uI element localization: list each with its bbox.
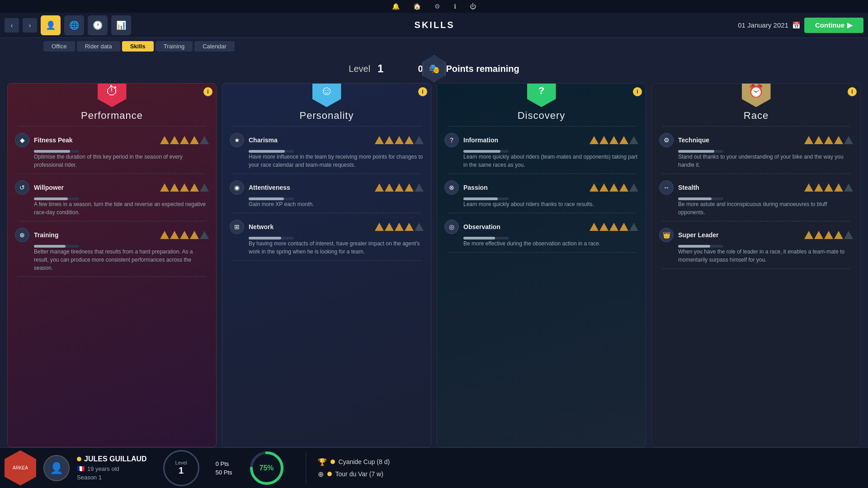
fitness-peak-stars <box>160 136 209 144</box>
personality-title: Personality <box>300 110 354 122</box>
player-hex-bg: ARKEA <box>5 450 36 486</box>
chart-nav-icon[interactable]: 📊 <box>111 15 131 35</box>
pts-max-row: 50 Pts <box>216 469 232 476</box>
attentiveness-icon: ◉ <box>230 180 244 195</box>
divider <box>448 252 635 253</box>
skill-stealth: ↔ Stealth Be more astute and inconspicuo… <box>652 178 860 221</box>
willpower-name: Willpower <box>34 184 156 191</box>
card-race-header: ⏰ Race i <box>652 84 860 126</box>
discovery-info-badge[interactable]: i <box>633 87 642 96</box>
observation-icon: ◎ <box>444 220 459 234</box>
fitness-peak-name: Fitness Peak <box>34 136 156 144</box>
race-row-1: 🏆 Cyanide Cup (8 d) <box>318 458 390 466</box>
skill-header: ⊞ Network <box>230 220 424 234</box>
progress-circle: 75% <box>249 450 285 486</box>
divider <box>448 126 635 127</box>
trophy-icon: 🏆 <box>318 458 327 466</box>
divider <box>233 213 420 213</box>
willpower-desc: A few times in a season, turn the tide a… <box>34 200 209 216</box>
information-icon: ? <box>444 133 459 147</box>
info-icon[interactable]: ℹ <box>454 3 456 10</box>
network-desc: By having more contacts of interest, hav… <box>249 239 424 256</box>
charisma-desc: Have more influence in the team by recei… <box>249 153 424 169</box>
skill-network: ⊞ Network By having more contacts of int… <box>222 217 431 260</box>
bell-icon[interactable]: 🔔 <box>392 3 400 10</box>
skill-observation: ◎ Observation Be more effective during t… <box>437 217 646 252</box>
personality-info-badge[interactable]: i <box>418 87 427 96</box>
continue-button[interactable]: Continue ▶ <box>804 18 863 33</box>
stealth-stars <box>804 183 853 192</box>
skill-charisma: ★ Charisma Have more influence in the te… <box>222 130 431 174</box>
race-row-2: ⊕ Tour du Var (7 w) <box>318 470 390 479</box>
skill-information: ? Information Learn more quickly about r… <box>437 130 646 174</box>
fitness-peak-bar <box>34 150 79 153</box>
skill-training: ⊕ Training Better manage tiredness that … <box>8 225 216 277</box>
tab-office[interactable]: Office <box>43 41 75 52</box>
race-dot-2 <box>327 472 332 476</box>
information-desc: Learn more quickly about riders (team-ma… <box>463 153 638 169</box>
skill-header: ↺ Willpower <box>15 180 209 195</box>
tab-rider-data[interactable]: Rider data <box>77 41 120 52</box>
race-title: Race <box>744 110 769 122</box>
level-number: 1 <box>377 62 383 75</box>
calendar-icon[interactable]: 📅 <box>792 21 801 29</box>
training-bar <box>34 245 79 248</box>
tab-calendar[interactable]: Calendar <box>194 41 235 52</box>
skill-fitness-peak: ◆ Fitness Peak Optimise the duration of … <box>8 130 216 174</box>
forward-button[interactable]: › <box>23 18 37 33</box>
observation-name: Observation <box>463 223 585 230</box>
card-performance: ⏱ Performance i ◆ Fitness Peak Optimise <box>7 83 217 447</box>
skill-header: ◉ Attentiveness <box>230 180 424 195</box>
clock-nav-icon[interactable]: 🕐 <box>88 15 108 35</box>
date-text: 01 January 2021 <box>738 21 788 29</box>
skill-header: ⊕ Training <box>15 228 209 242</box>
stealth-name: Stealth <box>678 184 800 191</box>
training-desc: Better manage tiredness that results fro… <box>34 248 209 272</box>
pts-current: 0 Pts <box>216 460 229 467</box>
super-leader-bar <box>678 245 723 248</box>
player-season: Season 1 <box>77 474 147 481</box>
observation-desc: Be more effective during the observation… <box>463 239 638 248</box>
divider <box>233 174 420 174</box>
divider <box>18 221 206 221</box>
divider <box>662 268 850 269</box>
player-avatar: 👤 <box>43 455 70 481</box>
observation-bar <box>463 237 509 239</box>
home-icon[interactable]: 🏠 <box>413 3 421 10</box>
gear-icon[interactable]: ⚙ <box>434 3 440 10</box>
level-label: Level <box>349 64 370 74</box>
technique-stars <box>804 136 853 144</box>
performance-info-badge[interactable]: i <box>203 87 212 96</box>
stealth-desc: Be more astute and inconspicuous during … <box>678 200 853 216</box>
divider <box>18 174 206 174</box>
player-flag: 🇫🇷 <box>77 465 85 472</box>
player-info: JULES GUILLAUD 🇫🇷 19 years old Season 1 <box>77 455 147 481</box>
page-title: SKILLS <box>135 20 734 30</box>
divider <box>233 260 420 261</box>
player-age: 19 years old <box>87 465 119 472</box>
technique-name: Technique <box>678 136 800 144</box>
race-info-badge[interactable]: i <box>848 87 857 96</box>
back-button[interactable]: ‹ <box>5 18 19 33</box>
attentiveness-name: Attentiveness <box>249 184 370 191</box>
card-performance-header: ⏱ Performance i <box>8 84 216 126</box>
performance-hex-icon: ⏱ <box>98 83 127 107</box>
tab-skills[interactable]: Skills <box>122 41 154 52</box>
card-discovery: ? Discovery i ? Information Learn more q <box>437 83 646 447</box>
skill-header: ? Information <box>444 133 638 147</box>
level-bar: Level 1 🎭 0 Skill Points remaining <box>0 54 868 83</box>
card-personality: ☺ Personality i ★ Charisma Have more inf <box>222 83 431 447</box>
pts-max: 50 Pts <box>216 469 232 476</box>
skill-technique: ⚙ Technique Stand out thanks to your und… <box>652 130 860 174</box>
performance-title: Performance <box>81 110 143 122</box>
passion-icon: ⊗ <box>444 180 459 195</box>
skill-header: ⚙ Technique <box>659 133 853 147</box>
sub-nav: Office Rider data Skills Training Calend… <box>0 38 868 54</box>
race-info: 🏆 Cyanide Cup (8 d) ⊕ Tour du Var (7 w) <box>318 458 390 479</box>
willpower-stars <box>160 183 209 192</box>
race-dot-1 <box>330 460 335 464</box>
tab-training[interactable]: Training <box>156 41 193 52</box>
globe-nav-icon[interactable]: 🌐 <box>64 15 84 35</box>
rider-nav-icon[interactable]: 👤 <box>41 15 61 35</box>
power-icon[interactable]: ⏻ <box>470 3 476 10</box>
